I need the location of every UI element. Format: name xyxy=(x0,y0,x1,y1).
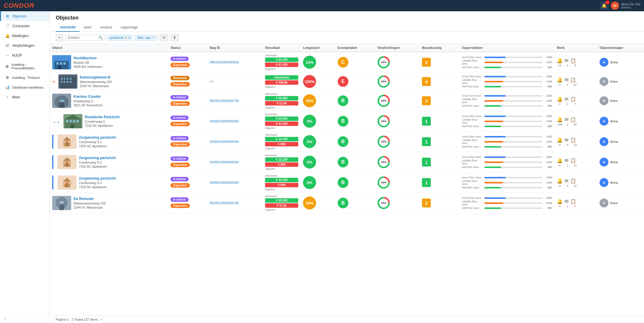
manager-name: Kees xyxy=(610,201,618,205)
bagid-link[interactable]: 0200010000038358 xyxy=(210,160,239,164)
sidebar-label-verplichtingen: Verplichtingen xyxy=(12,44,34,48)
sidebar-item-contracten[interactable]: 📄 Contracten xyxy=(0,21,50,31)
clipboard-werk-icon: 📋 xyxy=(570,199,576,204)
opp-gross-row: Gross floor area 1250 xyxy=(462,56,552,59)
opp-lfa-row: Lettable floor area 1100 xyxy=(462,180,552,186)
sidebar-item-verplichtingen[interactable]: ☑ Verplichtingen xyxy=(0,41,50,50)
leegstand-circle: 50% xyxy=(303,196,316,210)
sidebar-item-mjop[interactable]: ··· MJOP xyxy=(0,50,50,60)
sidebar-collapse-button[interactable]: « xyxy=(4,317,6,320)
oppervlakten-cell: Gross floor area 1250 Lettable floor are… xyxy=(460,172,554,193)
svg-marker-45 xyxy=(63,137,71,140)
dropdown-arrow-icon[interactable]: ▾ xyxy=(129,36,130,39)
sidebar: ⊞ Objecten 📄 Contracten 🔔 Meldingen ☑ Ve… xyxy=(0,11,50,323)
opp-cell-content: Gross floor area 1250 Lettable floor are… xyxy=(462,115,552,128)
leegstand-cell: 0% xyxy=(301,132,335,152)
object-name-link[interactable]: De Rotonde xyxy=(74,197,93,201)
sidebar-item-meer[interactable]: › Meer xyxy=(0,92,50,102)
leegstand-cell: 50% xyxy=(301,193,335,213)
bagid-link[interactable]: 0861010000380658 xyxy=(210,60,239,64)
object-address2: 2244 VL Wassenaar xyxy=(74,206,106,209)
result-income-label: inkomsten xyxy=(265,154,298,157)
user-name-role: Anna De Vos Beheer xyxy=(621,2,640,9)
tab-overzicht[interactable]: overzicht xyxy=(56,23,80,32)
sidebar-item-dashboard[interactable]: 📊 Dashboard workflows xyxy=(0,82,50,92)
werk-mail-count: 1 xyxy=(565,103,570,105)
werk-cell-content: 🔔 ✉ 📋 128 1 20 xyxy=(557,117,595,126)
clipboard-werk-icon: 📋 xyxy=(570,137,576,143)
sidebar-item-objecten[interactable]: ⊞ Objecten xyxy=(0,11,50,21)
werk-mail-count: 2 xyxy=(565,64,570,67)
bouwkundig-number: 3 xyxy=(422,96,431,105)
tab-analyse[interactable]: analyse xyxy=(96,23,116,32)
object-name-link[interactable]: Zorgwoning parkzicht xyxy=(79,176,116,180)
expand-down-icon[interactable]: ⌄⌄ xyxy=(52,119,60,124)
opp-cell-content: Gross floor area 1250 Lettable floor are… xyxy=(462,196,552,210)
tab-rapportage[interactable]: rapportage xyxy=(117,23,142,32)
svg-rect-51 xyxy=(64,162,66,163)
verplichtingen-donut: 28% xyxy=(377,94,390,107)
object-address1: Condonweg 5-3 xyxy=(79,181,116,185)
object-name-link[interactable]: Kantoor Condor xyxy=(74,95,101,99)
verplichtingen-donut: 25% xyxy=(377,176,390,189)
notifications-button[interactable]: 🔔 54 xyxy=(600,1,608,10)
bagid-link[interactable]: 0629010000030730 xyxy=(210,99,239,103)
opp-gross-label: Gross floor area xyxy=(462,56,483,59)
opp-gross-bar xyxy=(484,136,506,137)
filter-active-button[interactable]: filter: aan ✓ xyxy=(135,35,157,41)
svg-rect-11 xyxy=(61,78,63,80)
object-name-link[interactable]: Zorgwoning parkzicht xyxy=(79,156,116,160)
leegstand-circle: 100% xyxy=(303,75,316,88)
pagination-next[interactable]: > xyxy=(100,318,102,321)
object-name-link[interactable]: Residentie Parkzicht xyxy=(85,115,119,119)
bagid-link[interactable]: 0629010000030730 xyxy=(210,201,239,205)
status-badge-1: In beheer xyxy=(170,136,188,140)
expand-right-icon[interactable]: » xyxy=(52,79,55,84)
sidebar-item-meldingen[interactable]: 🔔 Meldingen xyxy=(0,31,50,41)
pagination-label: Pagina 1 - 2 Totaal 137 items xyxy=(56,318,98,321)
opp-lfa-bar-bg xyxy=(484,100,543,102)
bagid-link[interactable]: 0200010000038358 xyxy=(210,181,239,184)
opp-nfa-bar-bg xyxy=(484,167,543,168)
manager-cell-content: K Kees xyxy=(600,96,642,105)
opp-lfa-bar xyxy=(484,202,503,204)
leegstand-cell: 50% xyxy=(301,91,335,111)
energy-badge: E xyxy=(338,76,348,87)
sidebar-item-instelling-proc[interactable]: ⚙ Instelling · Procesdefinities xyxy=(0,60,50,73)
sidebar-item-instelling-prot[interactable]: ⚙ Instelling · Protocol xyxy=(0,73,50,82)
tab-kaart[interactable]: kaart xyxy=(80,23,96,32)
opp-nfa-bar-bg xyxy=(484,207,543,209)
status-cell: In beheer Eigendom xyxy=(168,111,207,132)
refresh-button[interactable]: ↺ xyxy=(160,34,168,41)
objectmanager-cell: K Kees xyxy=(597,91,644,111)
main-content: Objecten overzicht kaart analyse rapport… xyxy=(50,11,644,323)
filter-tag-remove-icon[interactable]: ✕ xyxy=(124,36,127,40)
opp-lfa-row: Lettable floor area 1100 xyxy=(462,139,552,145)
object-name-link[interactable]: Zorgwoning parkzicht xyxy=(79,135,116,140)
verplichtingen-pct: 25% xyxy=(381,80,386,83)
bagid-link[interactable]: 0200010000038358 xyxy=(210,140,239,143)
bagid-link[interactable]: 0200010000038356 xyxy=(210,119,239,123)
table-row: ⌄⌄ Residentie Parkzicht Condonweg 5 7332… xyxy=(50,111,644,132)
werk-counts-row: 0 0 12 xyxy=(557,184,595,187)
opp-lfa-val: 1100 xyxy=(544,120,552,123)
result-income-bar: € 35.000 xyxy=(265,96,298,100)
object-address2: 7332 AC Apeldoorn xyxy=(79,165,116,168)
search-input[interactable] xyxy=(68,36,97,40)
gear-icon-1: ⚙ xyxy=(5,64,9,69)
add-button[interactable]: + xyxy=(56,34,63,41)
download-button[interactable]: ⬇ xyxy=(170,34,179,41)
gear-icon-2: ⚙ xyxy=(5,75,10,80)
energielabel-cell: B xyxy=(335,91,375,111)
filter-tag-systeemfi[interactable]: systeemfi ✕ ▾ xyxy=(107,35,132,41)
leegstand-circle: 0% xyxy=(303,115,316,128)
object-name-link[interactable]: Kantoorgebouw B xyxy=(80,75,110,79)
werk-clip-count: 3 xyxy=(572,64,578,67)
bouwkundig-number: 1 xyxy=(422,137,431,146)
opp-lfa-val: 1100 xyxy=(544,161,552,164)
verplichtingen-cell: 25% xyxy=(375,111,420,132)
user-avatar[interactable]: AV xyxy=(611,1,619,10)
object-name-link[interactable]: Hoofdkantoor xyxy=(74,56,97,60)
opp-nfa-bar xyxy=(484,67,501,68)
werk-icons-row: 🔔 ✉ 📋 xyxy=(557,117,595,122)
